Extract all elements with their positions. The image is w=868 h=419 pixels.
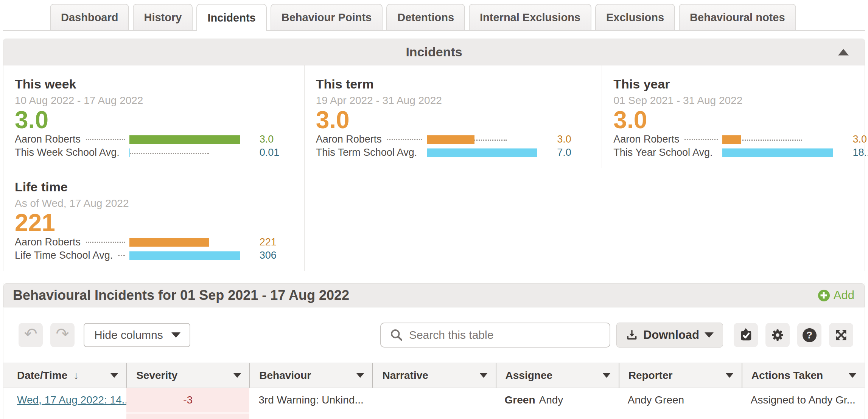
- column-header-reporter[interactable]: Reporter: [619, 363, 742, 388]
- bar-label: Aaron Roberts: [15, 236, 81, 248]
- bar-track: [427, 147, 537, 158]
- search-input[interactable]: [409, 323, 610, 347]
- incidents-panel-header: Incidents: [3, 39, 865, 65]
- bar-value: 7.0: [537, 147, 590, 158]
- dotted-leader: [387, 139, 423, 140]
- filter-dropdown-icon[interactable]: [849, 373, 856, 378]
- download-button-label: Download: [643, 328, 699, 342]
- tab-history[interactable]: History: [133, 4, 193, 30]
- table-settings-button[interactable]: [765, 323, 790, 347]
- bar-track: [722, 147, 833, 158]
- bar-row: This Year School Avg. 18.1: [613, 146, 868, 159]
- stat-card-this-term: This term 19 Apr 2022 - 31 Aug 2022 3.0 …: [305, 65, 602, 168]
- tab-detentions[interactable]: Detentions: [386, 4, 465, 30]
- bar-value: 3.0: [537, 133, 590, 145]
- column-label: Behaviour: [259, 369, 311, 382]
- column-header-date-time[interactable]: Date/Time ↓: [3, 363, 126, 388]
- bar-label: This Term School Avg.: [316, 147, 417, 158]
- card-title: This year: [613, 77, 868, 92]
- bar: [129, 148, 130, 157]
- select-rows-button[interactable]: [734, 323, 758, 347]
- card-big-value: 221: [15, 210, 293, 236]
- column-header-behaviour[interactable]: Behaviour: [249, 363, 372, 388]
- dotted-leader: [684, 139, 718, 140]
- bar: [129, 238, 209, 247]
- stat-card-life-time: Life time As of Wed, 17 Aug 2022 221 Aar…: [3, 168, 305, 271]
- bar-row: Aaron Roberts 221: [15, 236, 293, 249]
- fullscreen-button[interactable]: [829, 323, 853, 347]
- assignee-forename: Andy: [539, 394, 563, 406]
- table-search: [380, 323, 610, 348]
- column-header-assignee[interactable]: Assignee: [496, 363, 619, 388]
- bar-row: Aaron Roberts 3.0: [15, 133, 293, 146]
- incident-date-link[interactable]: Wed, 17 Aug 2022: 14...: [17, 394, 126, 406]
- filter-dropdown-icon[interactable]: [726, 373, 733, 378]
- tab-behavioural-notes[interactable]: Behavioural notes: [679, 4, 796, 30]
- stat-card-this-year: This year 01 Sep 2021 - 31 Aug 2022 3.0 …: [602, 65, 868, 168]
- table-row-partial: [3, 414, 865, 419]
- expand-arrows-icon: [834, 328, 848, 342]
- empty-cell: [305, 168, 602, 271]
- bar: [129, 135, 240, 144]
- bar-track: [129, 250, 240, 261]
- card-date-range: 01 Sep 2021 - 31 Aug 2022: [613, 95, 868, 107]
- section-title: Behavioural Incidents for 01 Sep 2021 - …: [13, 287, 349, 303]
- column-header-severity[interactable]: Severity: [126, 363, 249, 388]
- dotted-leader: [86, 139, 125, 140]
- column-header-narrative[interactable]: Narrative: [372, 363, 495, 388]
- sort-desc-icon: ↓: [73, 369, 79, 382]
- tab-dashboard[interactable]: Dashboard: [50, 4, 129, 30]
- bar-value: 3.0: [833, 133, 868, 145]
- behavioural-incidents-header: Behavioural Incidents for 01 Sep 2021 - …: [3, 283, 865, 307]
- card-big-value: 3.0: [15, 107, 293, 133]
- incidents-panel-title: Incidents: [406, 45, 462, 59]
- bar-row: Life Time School Avg. 306: [15, 249, 293, 262]
- cell-behaviour: 3rd Warning: Unkind...: [249, 388, 372, 412]
- undo-button[interactable]: ↶: [19, 323, 43, 347]
- card-date-range: 10 Aug 2022 - 17 Aug 2022: [15, 95, 293, 107]
- chevron-up-icon: [838, 49, 849, 55]
- check-square-icon: [739, 328, 753, 342]
- bar: [129, 251, 240, 260]
- filter-dropdown-icon[interactable]: [356, 373, 364, 378]
- chevron-down-icon: [171, 332, 180, 338]
- chevron-down-icon: [705, 332, 714, 338]
- hide-columns-dropdown[interactable]: Hide columns: [84, 323, 190, 347]
- filter-dropdown-icon[interactable]: [480, 373, 487, 378]
- card-big-value: 3.0: [316, 107, 591, 133]
- bar-value: 221: [240, 236, 293, 248]
- cell-actions-taken: Assigned to Andy Gr...: [742, 388, 865, 412]
- add-incident-button[interactable]: Add: [818, 289, 854, 302]
- column-label: Reporter: [628, 369, 673, 382]
- card-bar-chart: Aaron Roberts 3.0 This Week School Avg. …: [15, 133, 293, 159]
- tab-incidents[interactable]: Incidents: [196, 4, 266, 31]
- redo-button[interactable]: ↷: [50, 323, 75, 347]
- tab-exclusions[interactable]: Exclusions: [595, 4, 675, 30]
- filter-dropdown-icon[interactable]: [110, 373, 118, 378]
- bar-value: 306: [240, 250, 293, 261]
- table-header-row: Date/Time ↓ Severity Behaviour Narrative…: [3, 363, 865, 388]
- bar-label: This Year School Avg.: [613, 147, 712, 158]
- incidents-table: Date/Time ↓ Severity Behaviour Narrative…: [3, 363, 865, 419]
- question-circle-icon: ?: [803, 328, 817, 342]
- table-toolbar: ↶ ↷ Hide columns Download: [3, 307, 865, 363]
- table-help-button[interactable]: ?: [797, 323, 821, 347]
- bar-value: 3.0: [240, 133, 293, 145]
- bar-row: This Term School Avg. 7.0: [316, 146, 591, 159]
- filter-dropdown-icon[interactable]: [603, 373, 610, 378]
- card-title: This week: [15, 77, 293, 92]
- column-header-actions-taken[interactable]: Actions Taken: [742, 363, 865, 388]
- table-row: Wed, 17 Aug 2022: 14... -3 3rd Warning: …: [3, 388, 865, 412]
- bar-track: [129, 237, 240, 248]
- tab-behaviour-points[interactable]: Behaviour Points: [271, 4, 383, 30]
- assignee-surname: Green: [505, 394, 535, 406]
- download-button[interactable]: Download: [616, 323, 723, 348]
- card-title: Life time: [15, 180, 293, 194]
- card-bar-chart: Aaron Roberts 221 Life Time School Avg. …: [15, 236, 293, 262]
- collapse-panel-button[interactable]: [836, 47, 851, 57]
- undo-icon: ↶: [24, 326, 37, 342]
- tab-internal-exclusions[interactable]: Internal Exclusions: [469, 4, 591, 30]
- stat-cards-row-1: This week 10 Aug 2022 - 17 Aug 2022 3.0 …: [3, 65, 865, 271]
- plus-circle-icon: [818, 290, 830, 301]
- filter-dropdown-icon[interactable]: [233, 373, 241, 378]
